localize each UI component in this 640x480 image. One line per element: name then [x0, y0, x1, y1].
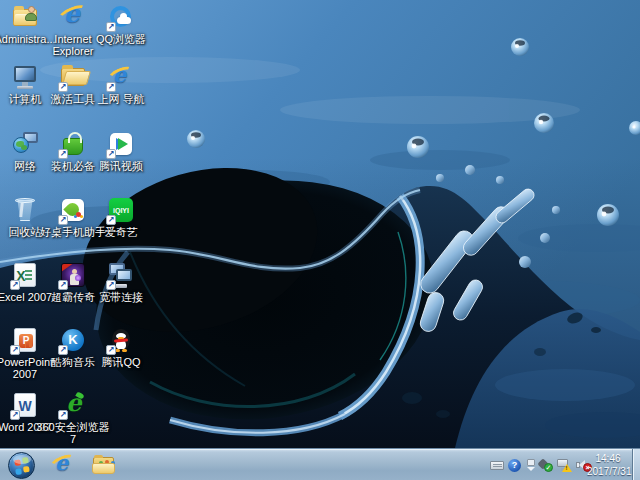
desktop: Administra... e Internet Explorer ↗ QQ浏览…	[0, 0, 640, 480]
desktop-icon-360-browser[interactable]: e ↗ 360安全浏览器7	[47, 392, 99, 445]
desktop-icon-web-navigation[interactable]: e ↗ 上网 导航	[95, 64, 147, 105]
shortcut-arrow-icon: ↗	[58, 215, 68, 225]
icon-label: QQ浏览器	[83, 33, 159, 45]
taskbar: e ? ✓ × 14:46 2017/7	[0, 448, 640, 480]
shopping-bag-icon: ↗	[60, 131, 86, 157]
360-browser-icon: e ↗	[60, 392, 86, 418]
shortcut-arrow-icon: ↗	[106, 149, 116, 159]
taskbar-internet-explorer-button[interactable]: e	[50, 452, 76, 478]
input-keyboard-icon[interactable]	[490, 461, 504, 470]
iqiyi-icon: iQIYI ↗	[108, 197, 134, 223]
show-desktop-button[interactable]	[632, 449, 640, 480]
shortcut-arrow-icon: ↗	[106, 215, 116, 225]
icon-label: 腾讯QQ	[83, 356, 159, 368]
help-icon[interactable]: ?	[508, 459, 521, 472]
folder-icon: ↗	[60, 64, 86, 90]
clock-date: 2017/7/31	[587, 465, 629, 478]
clock-time: 14:46	[587, 452, 629, 465]
icon-label: 腾讯视频	[83, 160, 159, 172]
game-icon: ↗	[60, 262, 86, 288]
shortcut-arrow-icon: ↗	[106, 22, 116, 32]
phone-assistant-icon: ↗	[60, 197, 86, 223]
play-video-icon: ↗	[108, 131, 134, 157]
computer-icon	[12, 64, 38, 90]
shortcut-arrow-icon: ↗	[58, 345, 68, 355]
taskbar-windows-explorer-button[interactable]	[91, 452, 117, 478]
excel-icon: X ↗	[12, 262, 38, 288]
internet-explorer-icon: e	[60, 4, 86, 30]
recycle-bin-icon	[12, 197, 38, 223]
shortcut-arrow-icon: ↗	[106, 345, 116, 355]
system-tray: ? ✓ ×	[490, 449, 592, 480]
start-button[interactable]	[8, 452, 35, 479]
browser-e-icon: e ↗	[108, 64, 134, 90]
broadband-connection-icon: ↗	[108, 262, 134, 288]
shortcut-arrow-icon: ↗	[10, 410, 20, 420]
desktop-icon-powerpoint-2007[interactable]: P ↗ PowerPoint 2007	[0, 327, 51, 380]
desktop-icon-broadband[interactable]: ↗ 宽带连接	[95, 262, 147, 303]
qq-browser-icon: ↗	[108, 4, 134, 30]
taskbar-clock[interactable]: 14:46 2017/7/31	[587, 452, 629, 478]
network-icon	[12, 131, 38, 157]
qq-penguin-icon: ↗	[108, 327, 134, 353]
shortcut-arrow-icon: ↗	[106, 82, 116, 92]
icon-label: 爱奇艺	[83, 226, 159, 238]
powerpoint-icon: P ↗	[12, 327, 38, 353]
shortcut-arrow-icon: ↗	[58, 410, 68, 420]
shortcut-arrow-icon: ↗	[106, 280, 116, 290]
user-folder-icon	[12, 4, 38, 30]
word-icon: W ↗	[12, 392, 38, 418]
desktop-icon-qq-browser[interactable]: ↗ QQ浏览器	[95, 4, 147, 45]
network-warning-icon[interactable]	[557, 459, 572, 472]
kugou-icon: K ↗	[60, 327, 86, 353]
shortcut-arrow-icon: ↗	[58, 149, 68, 159]
icon-label: 宽带连接	[83, 291, 159, 303]
shortcut-arrow-icon: ↗	[10, 280, 20, 290]
desktop-icon-iqiyi[interactable]: iQIYI ↗ 爱奇艺	[95, 197, 147, 238]
desktop-icon-tencent-qq[interactable]: ↗ 腾讯QQ	[95, 327, 147, 368]
shortcut-arrow-icon: ↗	[58, 82, 68, 92]
safely-remove-hardware-icon[interactable]: ✓	[539, 459, 553, 472]
icon-label: 360安全浏览器7	[35, 421, 111, 445]
icon-label: 上网 导航	[83, 93, 159, 105]
shortcut-arrow-icon: ↗	[58, 280, 68, 290]
desktop-icon-internet-explorer[interactable]: e Internet Explorer	[47, 4, 99, 57]
desktop-icon-tencent-video[interactable]: ↗ 腾讯视频	[95, 131, 147, 172]
shortcut-arrow-icon: ↗	[10, 345, 20, 355]
hidden-icons-expander[interactable]	[525, 458, 535, 472]
internet-explorer-icon: e	[50, 449, 76, 475]
